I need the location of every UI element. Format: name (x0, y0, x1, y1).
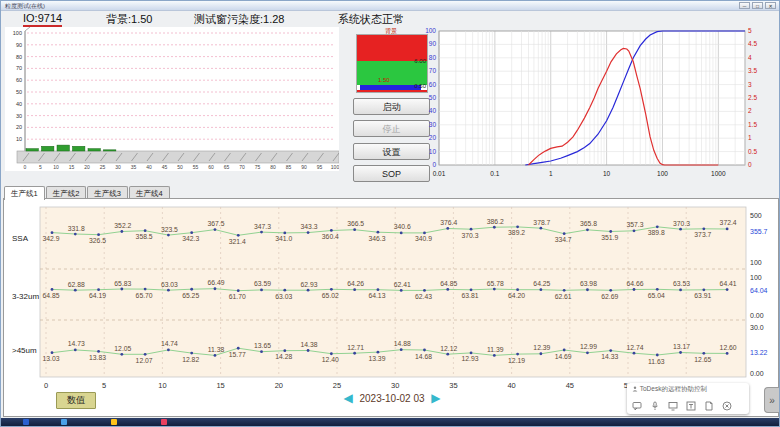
svg-text:367.5: 367.5 (207, 220, 224, 227)
svg-text:70: 70 (239, 164, 245, 170)
svg-text:90: 90 (301, 164, 307, 170)
svg-text:5: 5 (748, 27, 752, 34)
svg-text:15: 15 (69, 164, 75, 170)
close-icon[interactable] (722, 397, 732, 415)
next-date-arrow[interactable]: ▶ (427, 391, 444, 405)
svg-text:0: 0 (432, 161, 436, 168)
taskbar-app-icon[interactable] (23, 419, 29, 425)
svg-text:0.01: 0.01 (433, 170, 446, 177)
svg-text:30.0: 30.0 (750, 324, 764, 331)
svg-text:341.0: 341.0 (275, 235, 292, 242)
svg-text:65.04: 65.04 (648, 292, 665, 299)
realtime-histogram-3d-chart: 1020304050607080901000051015202530354045… (5, 27, 339, 171)
file-transfer-icon[interactable] (704, 397, 714, 415)
svg-text:>45um: >45um (12, 346, 37, 355)
svg-text:64.26: 64.26 (347, 280, 364, 287)
close-button[interactable]: ✕ (765, 2, 776, 9)
svg-text:40: 40 (146, 164, 152, 170)
svg-text:20: 20 (429, 134, 437, 141)
svg-text:3.5: 3.5 (748, 67, 757, 74)
remote-assist-icons (632, 397, 744, 415)
svg-text:4: 4 (748, 54, 752, 61)
svg-text:13.03: 13.03 (42, 355, 59, 362)
svg-text:0.5: 0.5 (748, 148, 757, 155)
annotate-icon[interactable] (686, 397, 696, 415)
stop-button[interactable]: 停止 (353, 120, 430, 137)
svg-text:12.05: 12.05 (114, 345, 131, 352)
start-button[interactable]: 启动 (353, 98, 430, 115)
svg-text:10: 10 (429, 148, 437, 155)
svg-text:12.71: 12.71 (347, 344, 364, 351)
production-trend-chart: 05101520253035404550SSA500100355.7342.93… (4, 199, 778, 391)
svg-text:500: 500 (750, 212, 762, 219)
svg-text:1000: 1000 (711, 170, 726, 177)
svg-text:1: 1 (748, 134, 752, 141)
svg-text:60: 60 (208, 164, 214, 170)
taskbar-app-icon[interactable] (161, 419, 167, 425)
app-window: 粒度测试(在线) ─ □ ✕ IO:9714 背景:1.50 测试窗污染度:1.… (0, 0, 780, 427)
chat-icon[interactable] (632, 397, 642, 415)
maximize-button[interactable]: □ (752, 2, 763, 9)
svg-text:64.13: 64.13 (368, 292, 385, 299)
size-distribution-chart: 010203040506070809010000.511.522.533.544… (421, 23, 777, 191)
collapse-toolbar-tab[interactable]: » (764, 387, 779, 413)
svg-text:64.20: 64.20 (508, 292, 525, 299)
svg-text:13.65: 13.65 (254, 342, 271, 349)
mic-icon[interactable] (650, 397, 660, 415)
gauge-bottom-strip (357, 90, 427, 92)
svg-text:357.3: 357.3 (626, 221, 643, 228)
screen-share-icon[interactable] (668, 397, 678, 415)
svg-text:11.63: 11.63 (648, 358, 665, 365)
svg-text:11.39: 11.39 (487, 346, 504, 353)
svg-text:13.22: 13.22 (750, 349, 768, 356)
svg-text:61.70: 61.70 (229, 293, 246, 300)
svg-text:63.03: 63.03 (275, 293, 292, 300)
svg-text:20: 20 (275, 381, 283, 390)
svg-text:35: 35 (131, 164, 137, 170)
svg-text:64.25: 64.25 (533, 280, 550, 287)
svg-text:80: 80 (16, 54, 22, 60)
svg-text:40: 40 (429, 107, 437, 114)
svg-text:63.53: 63.53 (673, 280, 690, 287)
gauge-low-threshold: 0.50 (414, 83, 426, 89)
svg-text:3: 3 (748, 81, 752, 88)
svg-text:62.41: 62.41 (394, 281, 411, 288)
svg-text:100: 100 (750, 274, 762, 281)
person-icon (632, 386, 638, 392)
svg-text:5: 5 (102, 381, 106, 390)
svg-text:14.38: 14.38 (301, 341, 318, 348)
svg-text:12.93: 12.93 (462, 355, 479, 362)
svg-text:63.98: 63.98 (580, 280, 597, 287)
svg-text:20: 20 (84, 164, 90, 170)
sop-button[interactable]: SOP (353, 165, 430, 182)
svg-text:20: 20 (16, 124, 22, 130)
title-bar: 粒度测试(在线) ─ □ ✕ (1, 1, 779, 11)
io-value-label: IO:9714 (23, 12, 62, 27)
svg-text:75: 75 (255, 164, 261, 170)
svg-text:10: 10 (53, 164, 59, 170)
svg-text:65.78: 65.78 (487, 280, 504, 287)
svg-text:372.4: 372.4 (720, 219, 737, 226)
svg-text:65.70: 65.70 (136, 292, 153, 299)
svg-text:45: 45 (162, 164, 168, 170)
system-status-label: 系统状态正常 (338, 12, 404, 27)
svg-text:389.8: 389.8 (648, 229, 665, 236)
svg-text:90: 90 (16, 42, 22, 48)
svg-text:0: 0 (44, 381, 48, 390)
svg-text:100: 100 (425, 27, 436, 34)
svg-text:321.4: 321.4 (229, 238, 246, 245)
taskbar-app-icon[interactable] (61, 419, 67, 425)
prev-date-arrow[interactable]: ◀ (339, 391, 356, 405)
minimize-button[interactable]: ─ (739, 2, 750, 9)
svg-text:25: 25 (333, 381, 341, 390)
svg-text:376.4: 376.4 (440, 219, 457, 226)
svg-text:50: 50 (16, 89, 22, 95)
taskbar-app-icon[interactable] (111, 419, 117, 425)
tab-production-line-1[interactable]: 生产线1 (4, 186, 45, 200)
svg-text:0.1: 0.1 (490, 170, 499, 177)
svg-text:50: 50 (177, 164, 183, 170)
svg-text:340.6: 340.6 (394, 223, 411, 230)
settings-button[interactable]: 设置 (353, 143, 430, 160)
svg-text:30: 30 (391, 381, 399, 390)
date-label: 2023-10-02 03 (359, 393, 424, 404)
